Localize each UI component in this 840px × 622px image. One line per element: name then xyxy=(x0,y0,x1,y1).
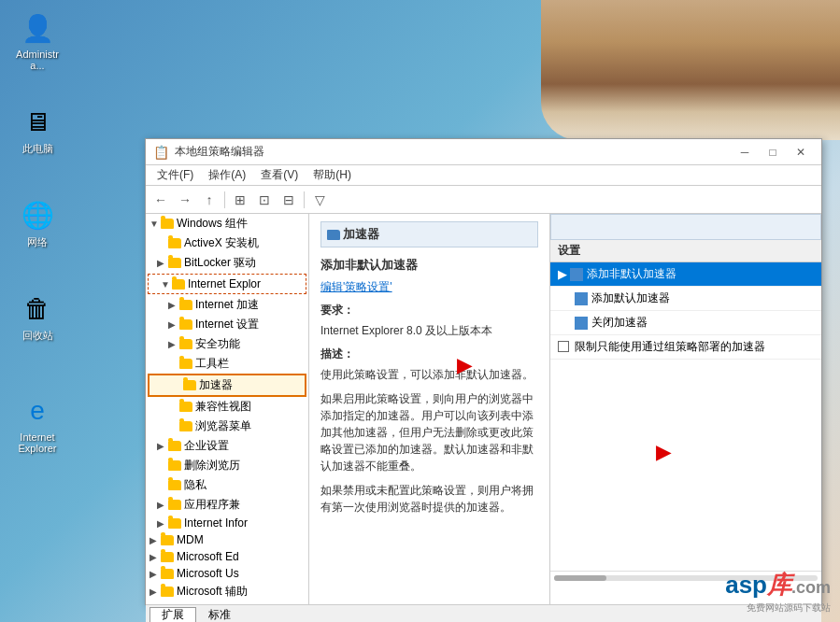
gpedit-window: 📋 本地组策略编辑器 ─ □ ✕ 文件(F) 操作(A) 查看(V) 帮助(H)… xyxy=(145,138,822,605)
require-label: 要求： xyxy=(320,303,538,318)
close-button[interactable]: ✕ xyxy=(788,143,814,162)
expand-icon-ent: ▶ xyxy=(157,441,168,451)
menubar: 文件(F) 操作(A) 查看(V) 帮助(H) xyxy=(146,165,821,186)
menu-file[interactable]: 文件(F) xyxy=(149,165,201,185)
tree-item-ms-edge[interactable]: ▶ Microsoft Ed xyxy=(146,548,308,565)
policy-icon-2 xyxy=(575,292,588,305)
tree-item-ie-set[interactable]: ▶ Internet 设置 xyxy=(146,315,308,334)
desktop-icon-computer[interactable]: 🖥 此电脑 xyxy=(9,103,65,156)
tab-expand[interactable]: 扩展 xyxy=(149,607,196,623)
tree-item-accelerators[interactable]: 加速器 xyxy=(149,375,305,395)
tree-item-ie-infor[interactable]: ▶ Internet Infor xyxy=(146,515,308,531)
desktop-icon-ie[interactable]: e Internet Explorer xyxy=(9,392,65,454)
recycle-icon: 🗑 xyxy=(19,290,56,327)
settings-panel: 设置 ▶ 添加非默认加速器 添加默认加速器 关闭加速器 xyxy=(550,214,821,604)
tab-bar: 扩展 标准 xyxy=(146,604,821,622)
tree-item-bitlocker[interactable]: ▶ BitLocker 驱动 xyxy=(146,253,308,273)
settings-item-add-non-default[interactable]: ▶ 添加非默认加速器 xyxy=(550,262,821,287)
watermark: asp库.com 免费网站源码下载站 xyxy=(725,569,831,615)
expand-icon-msextra: ▶ xyxy=(149,587,161,597)
expand-icon-mdm: ▶ xyxy=(149,535,161,545)
tree-item-privacy[interactable]: 隐私 xyxy=(146,475,308,495)
expand-icon-security: ▶ xyxy=(168,339,179,349)
folder-icon-msextra xyxy=(161,587,174,597)
toolbar-btn4[interactable]: ⊟ xyxy=(278,190,300,210)
tree-item-ie[interactable]: ▼ Internet Explor xyxy=(149,276,305,292)
tree-item-activex[interactable]: ActiveX 安装机 xyxy=(146,233,308,253)
network-icon: 🌐 xyxy=(19,196,56,233)
admin-label: Administra... xyxy=(9,49,65,71)
scroll-thumb xyxy=(554,575,606,581)
accel-border-highlight: 加速器 xyxy=(148,374,306,397)
tree-item-delete[interactable]: 删除浏览历 xyxy=(146,456,308,475)
back-button[interactable]: ← xyxy=(149,190,172,210)
titlebar: 📋 本地组策略编辑器 ─ □ ✕ xyxy=(146,139,821,165)
admin-icon: 👤 xyxy=(19,9,56,47)
limit-checkbox[interactable] xyxy=(558,341,569,352)
policy-icon-3 xyxy=(575,317,588,330)
tree-item-tools[interactable]: 工具栏 xyxy=(146,354,308,374)
desc-text1: 使用此策略设置，可以添加非默认加速器。 xyxy=(320,366,538,383)
main-content: ▼ Windows 组件 ActiveX 安装机 ▶ BitLocker 驱动 xyxy=(146,214,821,604)
menu-view[interactable]: 查看(V) xyxy=(253,165,306,185)
expand-icon-app: ▶ xyxy=(157,500,168,510)
folder-header: 加速器 xyxy=(320,221,538,247)
toolbar-btn2[interactable]: ⊞ xyxy=(229,190,251,210)
expand-icon-ieinfor: ▶ xyxy=(157,518,168,529)
menu-action[interactable]: 操作(A) xyxy=(201,165,253,185)
folder-icon-app xyxy=(168,500,181,510)
watermark-asp: asp xyxy=(725,571,767,599)
toolbar-sep1 xyxy=(224,191,225,208)
recycle-label: 回收站 xyxy=(22,329,53,343)
settings-item-add-default[interactable]: 添加默认加速器 xyxy=(550,287,821,311)
desc-text2: 如果启用此策略设置，则向用户的浏览器中添加指定的加速器。用户可以向该列表中添加其… xyxy=(320,390,538,474)
expand-icon: ▼ xyxy=(149,219,161,229)
ie-border-highlight: ▼ Internet Explor xyxy=(148,274,306,294)
folder-icon-del xyxy=(168,460,181,471)
folder-icon-edge xyxy=(161,552,174,562)
tree-item-windows-comp[interactable]: ▼ Windows 组件 xyxy=(146,214,308,233)
folder-icon-accel xyxy=(183,380,196,390)
desktop-icon-network[interactable]: 🌐 网络 xyxy=(9,196,65,249)
maximize-button[interactable]: □ xyxy=(760,143,786,162)
tree-item-ms-user[interactable]: ▶ Microsoft Us xyxy=(146,565,308,582)
tree-item-ms-extra[interactable]: ▶ Microsoft 辅助 xyxy=(146,582,308,601)
toolbar-btn3[interactable]: ⊡ xyxy=(253,190,276,210)
desc-text3: 如果禁用或未配置此策略设置，则用户将拥有第一次使用浏览器时提供的加速器。 xyxy=(320,482,538,516)
up-button[interactable]: ↑ xyxy=(198,190,221,210)
forward-button[interactable]: → xyxy=(174,190,196,210)
toolbar: ← → ↑ ⊞ ⊡ ⊟ ▽ xyxy=(146,186,821,214)
menu-help[interactable]: 帮助(H) xyxy=(306,165,359,185)
folder-icon-msuser xyxy=(161,569,174,579)
tree-item-enterprise[interactable]: ▶ 企业设置 xyxy=(146,436,308,456)
tab-standard[interactable]: 标准 xyxy=(196,607,243,623)
settings-folder-header xyxy=(550,214,821,240)
expand-icon-bitlocker: ▶ xyxy=(157,258,168,268)
desktop-icon-recycle[interactable]: 🗑 回收站 xyxy=(9,290,65,343)
tree-item-security[interactable]: ▶ 安全功能 xyxy=(146,334,308,354)
settings-item-label-1: 添加非默认加速器 xyxy=(587,266,676,282)
folder-icon-priv xyxy=(168,480,181,490)
settings-item-label-4: 限制只能使用通过组策略部署的加速器 xyxy=(575,339,814,355)
tree-item-browser-menu[interactable]: 浏览器菜单 xyxy=(146,417,308,436)
network-label: 网络 xyxy=(27,235,48,249)
filter-button[interactable]: ▽ xyxy=(308,190,331,210)
folder-icon-tools xyxy=(179,359,192,369)
desktop-icon-admin[interactable]: 👤 Administra... xyxy=(9,9,65,71)
watermark-sub: 免费网站源码下载站 xyxy=(747,601,831,615)
folder-icon-compat xyxy=(179,402,192,412)
window-controls: ─ □ ✕ xyxy=(732,143,814,162)
settings-item-limit[interactable]: 限制只能使用通过组策略部署的加速器 xyxy=(550,335,821,360)
folder-icon-bitlocker xyxy=(168,258,181,268)
tree-item-ie-adv[interactable]: ▶ Internet 加速 xyxy=(146,295,308,315)
folder-icon-mdm xyxy=(161,535,174,545)
center-policy-link[interactable]: 编辑'策略设置' xyxy=(320,280,392,293)
settings-item-label-3: 关闭加速器 xyxy=(591,315,648,331)
tree-item-mdm[interactable]: ▶ MDM xyxy=(146,531,308,548)
settings-header: 设置 xyxy=(550,240,821,262)
tree-item-compat[interactable]: 兼容性视图 xyxy=(146,397,308,417)
minimize-button[interactable]: ─ xyxy=(732,143,758,162)
tree-item-app-compat[interactable]: ▶ 应用程序兼 xyxy=(146,495,308,515)
settings-item-close-accel[interactable]: 关闭加速器 xyxy=(550,311,821,335)
expand-icon-edge: ▶ xyxy=(149,552,161,562)
